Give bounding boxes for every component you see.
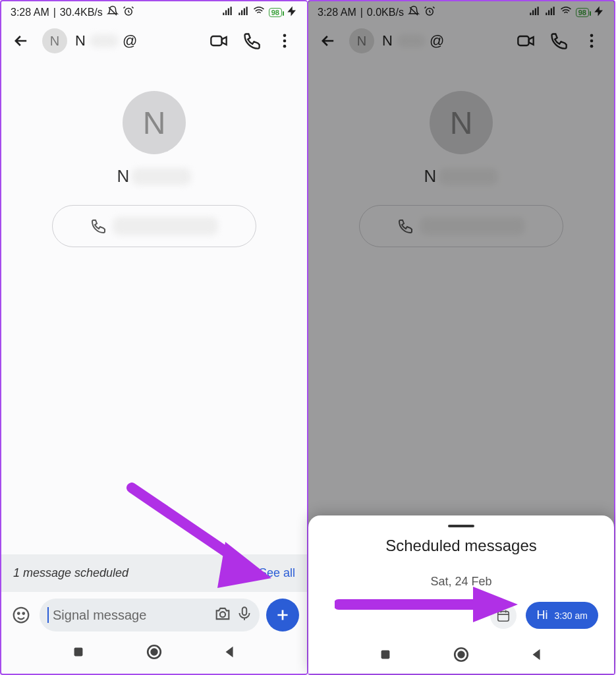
charging-icon: [286, 5, 298, 20]
camera-button[interactable]: [213, 604, 232, 626]
message-text: Hi: [536, 608, 547, 622]
signal-icon-2: [237, 5, 249, 20]
video-call-button[interactable]: [206, 28, 232, 54]
svg-point-12: [152, 649, 157, 655]
avatar-large[interactable]: N: [123, 91, 186, 154]
svg-point-4: [283, 45, 287, 48]
phone-left: 3:28 AM | 30.4KB/s 98 N N @: [0, 0, 308, 675]
svg-point-7: [23, 612, 25, 614]
svg-point-6: [18, 612, 20, 614]
bell-off-icon: [107, 5, 119, 20]
avatar[interactable]: N: [42, 28, 67, 53]
composer: Signal message: [1, 592, 307, 637]
message-input[interactable]: Signal message: [40, 599, 260, 631]
svg-point-8: [220, 612, 225, 617]
android-nav: [1, 637, 307, 674]
input-placeholder: Signal message: [53, 608, 210, 623]
annotation-arrow: [126, 483, 278, 595]
chat-header: N N @: [1, 21, 307, 58]
battery-icon: 98: [269, 8, 282, 17]
svg-rect-10: [74, 648, 82, 657]
redacted-text: [132, 168, 191, 185]
nav-recents[interactable]: [71, 645, 86, 662]
nav-home[interactable]: [146, 643, 163, 663]
svg-point-3: [283, 40, 287, 43]
svg-marker-14: [217, 542, 271, 588]
message-time: 3:30 am: [554, 610, 588, 621]
mic-button[interactable]: [236, 605, 253, 626]
svg-line-13: [132, 488, 238, 560]
status-time: 3:28 AM: [11, 7, 49, 18]
svg-point-23: [459, 652, 464, 658]
sheet-title: Scheduled messages: [385, 537, 536, 555]
svg-rect-9: [242, 607, 247, 615]
nav-home[interactable]: [453, 646, 470, 666]
contact-profile: N N: [1, 91, 307, 247]
nav-back[interactable]: [530, 647, 544, 664]
scheduled-message-bubble[interactable]: Hi 3:30 am: [526, 602, 598, 629]
status-net: 30.4KB/s: [60, 7, 103, 18]
contact-name[interactable]: N @: [75, 32, 198, 49]
phone-right: 3:28 AM | 0.0KB/s 98 N N @: [308, 0, 615, 675]
emoji-button[interactable]: [9, 605, 33, 625]
redacted-text: [90, 34, 119, 47]
contact-name-large: N: [117, 166, 192, 187]
back-button[interactable]: [8, 28, 34, 54]
alarm-icon: [123, 5, 134, 20]
sheet-handle[interactable]: [448, 525, 474, 527]
signal-icon: [221, 5, 233, 20]
status-bar: 3:28 AM | 30.4KB/s 98: [1, 1, 307, 21]
more-menu-button[interactable]: [271, 28, 298, 54]
nav-recents[interactable]: [378, 647, 393, 664]
nav-back[interactable]: [223, 645, 237, 662]
svg-marker-25: [473, 587, 518, 622]
text-caret: [47, 607, 49, 623]
svg-point-5: [14, 608, 29, 623]
wifi-icon: [253, 5, 265, 20]
redacted-text: [113, 217, 218, 235]
add-button[interactable]: [266, 599, 299, 631]
annotation-arrow: [335, 581, 519, 628]
scheduled-count: 1 message scheduled: [13, 566, 128, 580]
voice-call-button[interactable]: [238, 28, 265, 54]
svg-rect-21: [381, 651, 389, 659]
android-nav: [322, 641, 601, 667]
call-button[interactable]: [52, 205, 256, 247]
svg-point-2: [283, 34, 287, 38]
svg-rect-1: [211, 36, 221, 45]
